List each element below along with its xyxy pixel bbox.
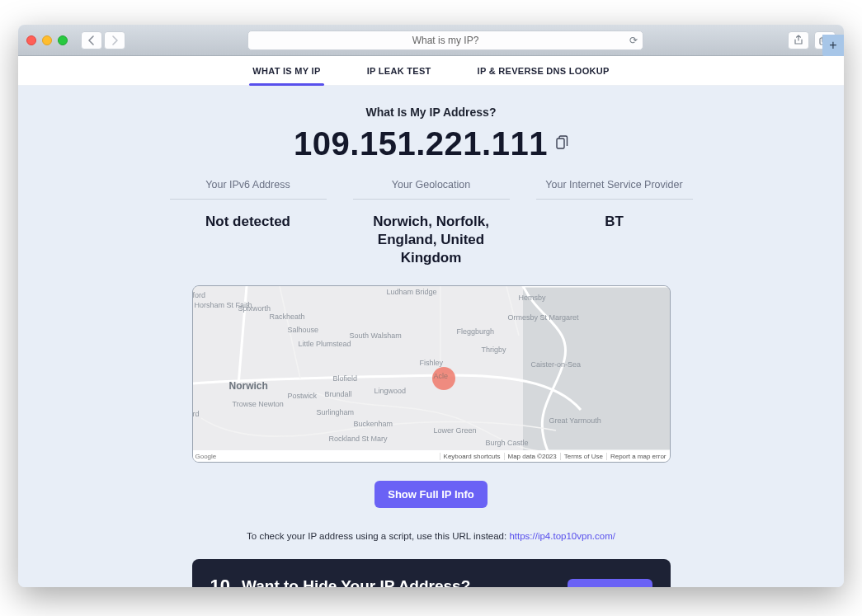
- map-footer: Google Keyboard shortcuts Map data ©2023…: [193, 450, 670, 462]
- map-label-fleggburgh: Fleggburgh: [457, 327, 495, 336]
- script-hint: To check your IP address using a script,…: [18, 531, 844, 541]
- map-label-ludham: Ludham Bridge: [387, 288, 437, 296]
- tab-reverse-dns[interactable]: IP & REVERSE DNS LOOKUP: [474, 57, 613, 85]
- map-label-lowergreen: Lower Green: [434, 426, 477, 435]
- copy-icon[interactable]: [556, 135, 568, 153]
- map-label-acle: Acle: [434, 372, 449, 380]
- isp-value: BT: [536, 205, 693, 231]
- map-terms[interactable]: Terms of Use: [560, 453, 606, 460]
- page-content: What Is My IP Address? 109.151.221.111 Y…: [18, 86, 844, 587]
- map[interactable]: Norwich Horsham St Faith ford rd Spixwor…: [192, 285, 671, 463]
- ip-row: 109.151.221.111: [18, 125, 844, 162]
- isp-col: Your Internet Service Provider BT: [536, 179, 693, 267]
- promo-heading: Want to Hide Your IP Address?: [242, 577, 557, 587]
- map-label-rockland: Rockland St Mary: [329, 435, 388, 443]
- svg-rect-2: [557, 139, 564, 148]
- ipv6-value: Not detected: [170, 205, 327, 231]
- map-label-spixworth: Spixworth: [238, 304, 271, 313]
- reload-icon[interactable]: ⟳: [629, 35, 638, 46]
- geo-col: Your Geolocation Norwich, Norfolk, Engla…: [353, 179, 510, 267]
- nav-buttons: [81, 31, 125, 49]
- map-data: Map data ©2023: [504, 453, 560, 460]
- page-nav: WHAT IS MY IP IP LEAK TEST IP & REVERSE …: [18, 56, 844, 86]
- geo-value: Norwich, Norfolk, England, United Kingdo…: [353, 205, 510, 267]
- map-label-buckenham: Buckenham: [354, 420, 393, 428]
- ipv6-label: Your IPv6 Address: [170, 179, 327, 199]
- map-label-thrigby: Thrigby: [482, 346, 506, 354]
- tab-what-is-my-ip[interactable]: WHAT IS MY IP: [249, 57, 323, 85]
- map-label-trowse: Trowse Newton: [233, 400, 284, 408]
- map-report[interactable]: Report a map error: [606, 453, 670, 460]
- google-logo: Google: [195, 453, 217, 460]
- map-label-caister: Caister-on-Sea: [531, 360, 582, 369]
- map-label-blofield: Blofield: [333, 374, 358, 383]
- share-icon[interactable]: [788, 31, 809, 49]
- map-label-rd: rd: [193, 410, 200, 418]
- browser-window: What is my IP? ⟳ + WHAT IS MY IP IP LEAK…: [18, 25, 844, 587]
- map-label-norwich: Norwich: [229, 380, 268, 392]
- map-label-brundall: Brundall: [325, 390, 352, 398]
- ipv4-value: 109.151.221.111: [294, 125, 548, 162]
- map-kbd[interactable]: Keyboard shortcuts: [440, 453, 504, 460]
- back-button[interactable]: [81, 31, 102, 49]
- map-label-gy: Great Yarmouth: [549, 416, 601, 425]
- map-label-burgh: Burgh Castle: [486, 439, 529, 447]
- maximize-icon[interactable]: [58, 35, 68, 45]
- show-full-ip-button[interactable]: Show Full IP Info: [374, 481, 487, 508]
- map-label-fishley: Fishley: [420, 359, 444, 367]
- forward-button[interactable]: [104, 31, 125, 49]
- script-link[interactable]: https://ip4.top10vpn.com/: [509, 531, 615, 541]
- window-controls: [26, 35, 68, 45]
- url-text: What is my IP?: [412, 35, 479, 46]
- map-label-rackheath: Rackheath: [270, 313, 305, 321]
- info-grid: Your IPv6 Address Not detected Your Geol…: [18, 179, 844, 267]
- script-text: To check your IP address using a script,…: [247, 531, 509, 541]
- map-label-southwalsham: South Walsham: [350, 332, 402, 340]
- map-label-salhouse: Salhouse: [288, 326, 319, 334]
- minimize-icon[interactable]: [42, 35, 52, 45]
- new-tab-button[interactable]: +: [822, 35, 844, 56]
- map-label-hemsby: Hemsby: [519, 294, 546, 302]
- ipv6-col: Your IPv6 Address Not detected: [170, 179, 327, 267]
- map-label-postwick: Postwick: [288, 392, 318, 400]
- isp-label: Your Internet Service Provider: [536, 179, 693, 199]
- titlebar: What is my IP? ⟳ +: [18, 25, 844, 56]
- map-label-surlingham: Surlingham: [317, 408, 355, 416]
- map-label-ormesby: Ormesby St Margaret: [508, 313, 579, 322]
- url-bar[interactable]: What is my IP? ⟳: [247, 31, 643, 50]
- promo-logo: 10: [210, 576, 230, 587]
- tab-ip-leak-test[interactable]: IP LEAK TEST: [364, 57, 435, 85]
- close-icon[interactable]: [26, 35, 36, 45]
- map-label-littleplum: Little Plumstead: [299, 340, 351, 348]
- map-label-lingwood: Lingwood: [374, 387, 407, 395]
- map-label-ford: ford: [193, 291, 206, 299]
- promo-banner: 10 Want to Hide Your IP Address? Try Nor…: [192, 559, 671, 587]
- geo-label: Your Geolocation: [353, 179, 510, 199]
- page-heading: What Is My IP Address?: [18, 106, 844, 119]
- promo-cta-button[interactable]: Try NordVPN: [568, 579, 652, 587]
